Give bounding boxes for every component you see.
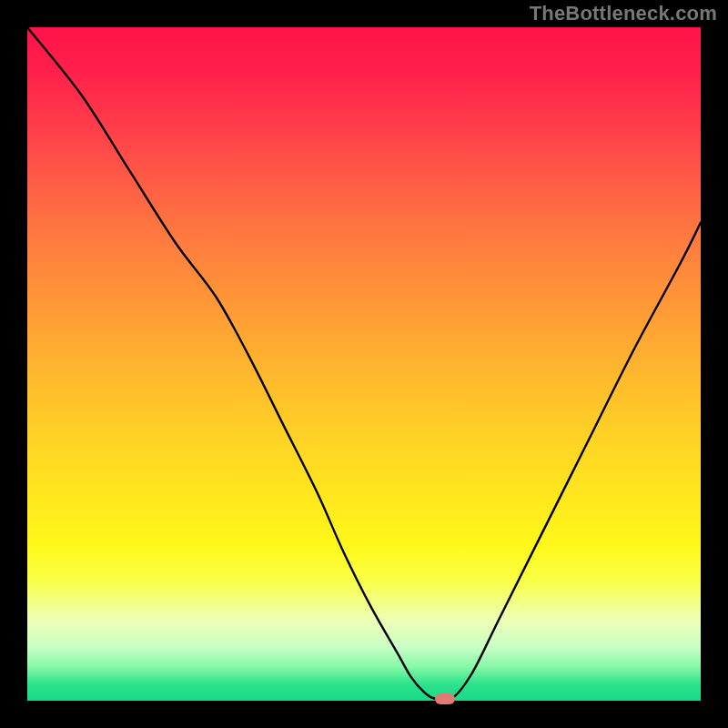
optimal-point-marker — [435, 693, 455, 704]
plot-area — [27, 27, 701, 701]
watermark-text: TheBottleneck.com — [530, 2, 717, 25]
bottleneck-curve — [27, 27, 701, 701]
chart-frame: TheBottleneck.com — [0, 0, 728, 728]
